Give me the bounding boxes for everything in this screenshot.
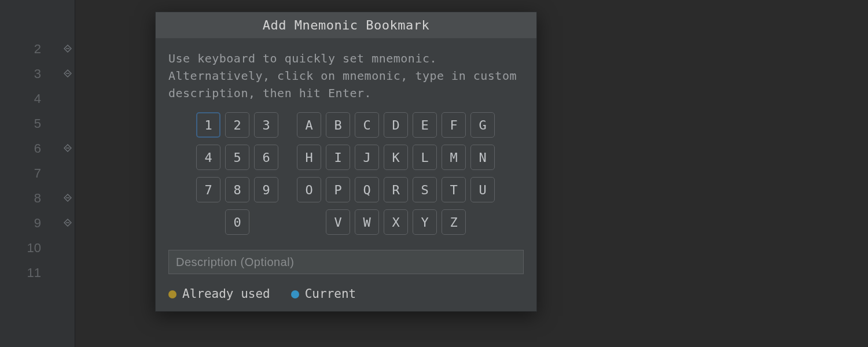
popup-title: Add Mnemonic Bookmark [156, 12, 536, 38]
legend-already-used: Already used [168, 287, 270, 301]
description-input[interactable] [168, 250, 524, 274]
legend-current-label: Current [305, 287, 356, 301]
mnemonic-key-b[interactable]: B [326, 112, 350, 138]
mnemonic-key-x[interactable]: X [384, 209, 408, 235]
fold-marker-icon[interactable] [63, 44, 72, 53]
legend-dot-used-icon [168, 290, 176, 298]
mnemonic-key-o[interactable]: O [297, 177, 321, 202]
mnemonic-key-y[interactable]: Y [413, 209, 437, 235]
mnemonic-key-a[interactable]: A [297, 112, 321, 138]
line-number: 11 [0, 260, 75, 285]
mnemonic-bookmark-popup: Add Mnemonic Bookmark Use keyboard to qu… [155, 12, 537, 312]
mnemonic-key-f[interactable]: F [442, 112, 466, 138]
mnemonic-key-k[interactable]: K [384, 145, 408, 170]
mnemonic-key-j[interactable]: J [355, 145, 379, 170]
key-row: 0 [196, 209, 278, 235]
key-row: 789 [196, 177, 278, 202]
mnemonic-key-e[interactable]: E [413, 112, 437, 138]
digit-grid: 1234567890 [196, 112, 278, 235]
mnemonic-key-q[interactable]: Q [355, 177, 379, 202]
mnemonic-key-4[interactable]: 4 [196, 145, 220, 170]
letter-grid: ABCDEFGHIJKLMNOPQRSTUVWXYZ [297, 112, 495, 235]
editor-gutter: 234567891011 [0, 0, 75, 347]
key-row: OPQRSTU [297, 177, 495, 202]
key-row: HIJKLMN [297, 145, 495, 170]
mnemonic-key-r[interactable]: R [384, 177, 408, 202]
popup-body: Use keyboard to quickly set mnemonic. Al… [156, 38, 536, 311]
mnemonic-key-1[interactable]: 1 [196, 112, 220, 138]
mnemonic-key-z[interactable]: Z [442, 209, 466, 235]
mnemonic-key-3[interactable]: 3 [254, 112, 278, 138]
key-row: ABCDEFG [297, 112, 495, 138]
mnemonic-key-c[interactable]: C [355, 112, 379, 138]
fold-marker-icon[interactable] [63, 218, 72, 227]
mnemonic-key-m[interactable]: M [442, 145, 466, 170]
key-row: 123 [196, 112, 278, 138]
mnemonic-key-d[interactable]: D [384, 112, 408, 138]
mnemonic-key-p[interactable]: P [326, 177, 350, 202]
legend-current: Current [291, 287, 356, 301]
mnemonic-key-7[interactable]: 7 [196, 177, 220, 202]
line-number: 10 [0, 235, 75, 260]
mnemonic-key-t[interactable]: T [442, 177, 466, 202]
line-number: 5 [0, 111, 75, 136]
mnemonic-key-u[interactable]: U [470, 177, 495, 202]
mnemonic-key-l[interactable]: L [413, 145, 437, 170]
mnemonic-key-h[interactable]: H [297, 145, 321, 170]
mnemonic-key-grids: 1234567890 ABCDEFGHIJKLMNOPQRSTUVWXYZ [168, 112, 524, 235]
line-number: 7 [0, 161, 75, 186]
legend: Already used Current [168, 287, 524, 301]
fold-marker-icon[interactable] [63, 69, 72, 78]
popup-hint: Use keyboard to quickly set mnemonic. Al… [168, 50, 524, 102]
line-number: 4 [0, 86, 75, 111]
key-row: VWXYZ [297, 209, 495, 235]
mnemonic-key-w[interactable]: W [355, 209, 379, 235]
mnemonic-key-n[interactable]: N [470, 145, 495, 170]
mnemonic-key-5[interactable]: 5 [225, 145, 249, 170]
fold-marker-icon[interactable] [63, 143, 72, 153]
legend-dot-current-icon [291, 290, 299, 298]
mnemonic-key-6[interactable]: 6 [254, 145, 278, 170]
key-row: 456 [196, 145, 278, 170]
code-editor[interactable]: { 2]); Add Mnemonic Bookmark Use keyboar… [75, 0, 868, 347]
mnemonic-key-s[interactable]: S [413, 177, 437, 202]
mnemonic-key-i[interactable]: I [326, 145, 350, 170]
mnemonic-key-g[interactable]: G [470, 112, 495, 138]
mnemonic-key-v[interactable]: V [326, 209, 350, 235]
legend-used-label: Already used [182, 287, 270, 301]
mnemonic-key-2[interactable]: 2 [225, 112, 249, 138]
mnemonic-key-0[interactable]: 0 [225, 209, 249, 235]
fold-marker-icon[interactable] [63, 193, 72, 202]
mnemonic-key-8[interactable]: 8 [225, 177, 249, 202]
mnemonic-key-9[interactable]: 9 [254, 177, 278, 202]
